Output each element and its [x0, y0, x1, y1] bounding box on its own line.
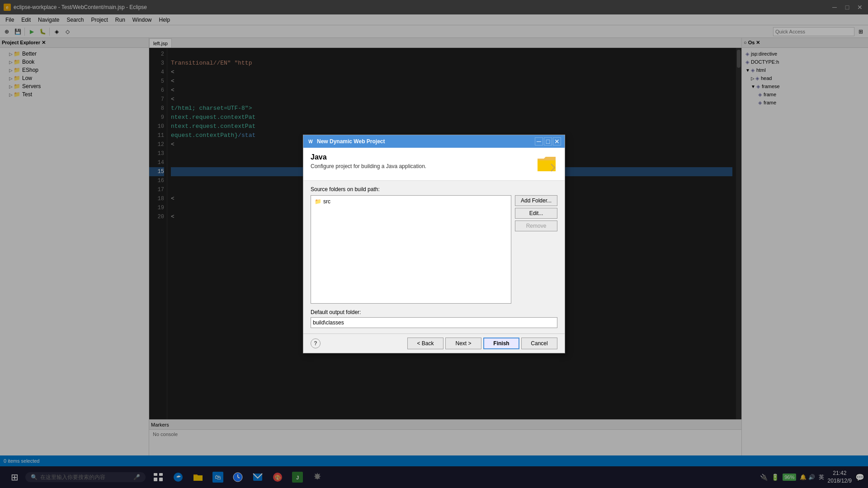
dialog-title-controls: ─ □ ✕: [535, 137, 561, 145]
dialog-title-icon: W: [307, 138, 314, 145]
dialog-overlay: W New Dynamic Web Project ─ □ ✕ Java Con…: [0, 0, 868, 488]
back-button[interactable]: < Back: [407, 338, 443, 349]
dialog-header-subtitle: Configure project for building a Java ap…: [311, 163, 528, 169]
remove-button[interactable]: Remove: [515, 221, 557, 231]
help-icon: ?: [314, 340, 317, 347]
folder-icon-src: 📁: [315, 198, 321, 205]
new-dynamic-web-project-dialog: W New Dynamic Web Project ─ □ ✕ Java Con…: [303, 135, 565, 353]
folder-item-src-label: src: [323, 198, 330, 205]
source-folders-area: 📁 src Add Folder... Edit... Remove: [311, 195, 557, 304]
eclipse-window: e eclipse-workplace - Test/WebContent/ma…: [0, 0, 868, 488]
dialog-action-buttons: < Back Next > Finish Cancel: [407, 338, 557, 349]
dialog-header-title: Java: [311, 153, 528, 161]
edit-button[interactable]: Edit...: [515, 208, 557, 219]
dialog-minimize-button[interactable]: ─: [535, 137, 543, 145]
dialog-header-icon: [536, 153, 557, 175]
help-button[interactable]: ?: [311, 338, 321, 348]
next-button[interactable]: Next >: [445, 338, 481, 349]
output-folder-label: Default output folder:: [311, 309, 557, 315]
dialog-header: Java Configure project for building a Ja…: [303, 148, 565, 181]
folder-item-src[interactable]: 📁 src: [313, 197, 509, 206]
source-folders-label: Source folders on build path:: [311, 186, 557, 192]
svg-text:W: W: [308, 139, 313, 144]
dialog-body: Source folders on build path: 📁 src Add …: [303, 181, 565, 333]
dialog-footer: ? < Back Next > Finish Cancel: [303, 333, 565, 353]
source-folder-buttons: Add Folder... Edit... Remove: [515, 195, 557, 304]
output-folder-input[interactable]: [311, 317, 557, 328]
cancel-button[interactable]: Cancel: [521, 338, 557, 349]
source-folders-list[interactable]: 📁 src: [311, 195, 511, 304]
dialog-header-text: Java Configure project for building a Ja…: [311, 153, 528, 169]
dialog-close-button[interactable]: ✕: [553, 137, 561, 145]
dialog-title-bar: W New Dynamic Web Project ─ □ ✕: [303, 135, 565, 148]
finish-button[interactable]: Finish: [483, 338, 519, 349]
dialog-title-text: New Dynamic Web Project: [317, 138, 535, 145]
add-folder-button[interactable]: Add Folder...: [515, 195, 557, 206]
dialog-maximize-button[interactable]: □: [544, 137, 552, 145]
